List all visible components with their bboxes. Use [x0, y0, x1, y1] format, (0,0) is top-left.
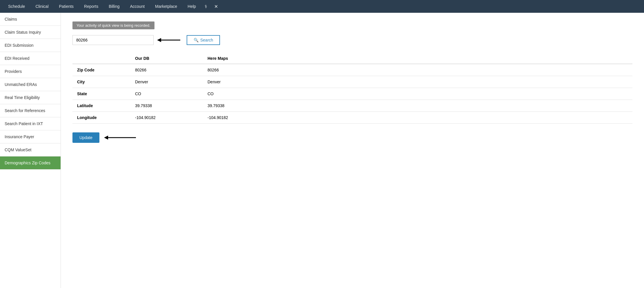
nav-schedule[interactable]: Schedule: [3, 0, 30, 13]
close-icon[interactable]: ✕: [211, 0, 221, 13]
row-here-maps-latitude: 39.79338: [203, 100, 632, 112]
nav-patients[interactable]: Patients: [54, 0, 79, 13]
row-label-zip-code: Zip Code: [72, 64, 130, 76]
medical-icon: ⚕: [201, 0, 211, 13]
update-row: Update: [72, 132, 632, 143]
row-our-db-zip-code: 80266: [130, 64, 203, 76]
table-row: Latitude 39.79338 39.79338: [72, 100, 632, 112]
input-arrow-annotation: [157, 36, 183, 44]
sidebar-item-edi-received[interactable]: EDI Received: [0, 52, 61, 65]
row-here-maps-longitude: -104.90182: [203, 112, 632, 124]
svg-marker-3: [104, 136, 108, 140]
col-header-here-maps: Here Maps: [203, 53, 632, 64]
row-our-db-latitude: 39.79338: [130, 100, 203, 112]
row-here-maps-city: Denver: [203, 76, 632, 88]
search-button[interactable]: 🔍 Search: [187, 35, 220, 45]
sidebar-item-insurance-payer[interactable]: Insurance Payer: [0, 130, 61, 143]
sidebar-item-providers[interactable]: Providers: [0, 65, 61, 78]
nav-reports[interactable]: Reports: [79, 0, 103, 13]
table-row: State CO CO: [72, 88, 632, 100]
zip-code-input[interactable]: [72, 35, 154, 45]
nav-account[interactable]: Account: [125, 0, 150, 13]
sidebar-item-claim-status-inquiry[interactable]: Claim Status Inquiry: [0, 26, 61, 39]
update-button[interactable]: Update: [72, 132, 99, 143]
row-label-longitude: Longitude: [72, 112, 130, 124]
update-arrow-annotation: [104, 134, 139, 142]
main-content: Your activity of quick view is being rec…: [61, 13, 644, 288]
sidebar-item-claims[interactable]: Claims: [0, 13, 61, 26]
sidebar-item-edi-submission[interactable]: EDI Submission: [0, 39, 61, 52]
sidebar-item-search-for-references[interactable]: Search for References: [0, 104, 61, 117]
row-label-state: State: [72, 88, 130, 100]
table-row: Zip Code 80266 80266: [72, 64, 632, 76]
row-label-latitude: Latitude: [72, 100, 130, 112]
nav-clinical[interactable]: Clinical: [30, 0, 54, 13]
sidebar-item-cqm-valueset[interactable]: CQM ValueSet: [0, 143, 61, 156]
row-our-db-longitude: -104.90182: [130, 112, 203, 124]
search-button-label: Search: [200, 38, 213, 42]
row-label-city: City: [72, 76, 130, 88]
sidebar-item-demographics-zip-codes[interactable]: Demographics Zip Codes: [0, 156, 61, 170]
row-here-maps-state: CO: [203, 88, 632, 100]
sidebar-item-unmatched-eras[interactable]: Unmatched ERAs: [0, 78, 61, 91]
table-row: City Denver Denver: [72, 76, 632, 88]
row-our-db-state: CO: [130, 88, 203, 100]
table-row: Longitude -104.90182 -104.90182: [72, 112, 632, 124]
app-layout: Claims Claim Status Inquiry EDI Submissi…: [0, 13, 644, 288]
top-nav: Schedule Clinical Patients Reports Billi…: [0, 0, 644, 13]
nav-billing[interactable]: Billing: [103, 0, 125, 13]
row-here-maps-zip-code: 80266: [203, 64, 632, 76]
sidebar: Claims Claim Status Inquiry EDI Submissi…: [0, 13, 61, 288]
col-header-our-db: Our DB: [130, 53, 203, 64]
nav-marketplace[interactable]: Marketplace: [150, 0, 182, 13]
nav-help[interactable]: Help: [182, 0, 201, 13]
search-row: 🔍 Search: [72, 35, 632, 45]
col-header-label: [72, 53, 130, 64]
sidebar-item-real-time-eligibility[interactable]: Real Time Eligibility: [0, 91, 61, 104]
svg-marker-1: [157, 38, 161, 42]
activity-banner: Your activity of quick view is being rec…: [72, 21, 154, 29]
row-our-db-city: Denver: [130, 76, 203, 88]
zip-data-table: Our DB Here Maps Zip Code 80266 80266 Ci…: [72, 53, 632, 124]
sidebar-item-search-patient-ixt[interactable]: Search Patient in IXT: [0, 117, 61, 130]
search-icon: 🔍: [194, 38, 199, 42]
table-header-row: Our DB Here Maps: [72, 53, 632, 64]
